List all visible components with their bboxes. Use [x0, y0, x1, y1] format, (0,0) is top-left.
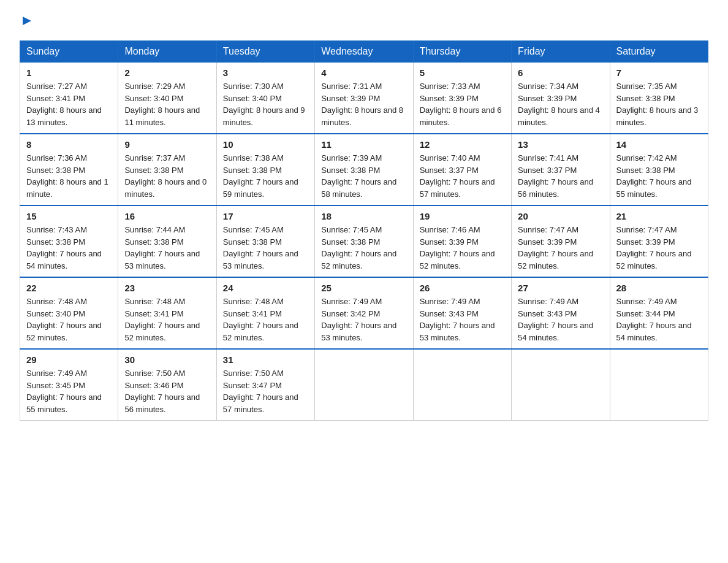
day-info: Sunrise: 7:48 AMSunset: 3:41 PMDaylight:…	[124, 297, 200, 342]
calendar-cell: 12 Sunrise: 7:40 AMSunset: 3:37 PMDaylig…	[413, 134, 511, 205]
day-info: Sunrise: 7:37 AMSunset: 3:38 PMDaylight:…	[124, 153, 207, 199]
day-info: Sunrise: 7:43 AMSunset: 3:38 PMDaylight:…	[26, 225, 102, 270]
day-info: Sunrise: 7:29 AMSunset: 3:40 PMDaylight:…	[124, 82, 200, 127]
calendar-cell: 13 Sunrise: 7:41 AMSunset: 3:37 PMDaylig…	[512, 134, 610, 205]
day-info: Sunrise: 7:33 AMSunset: 3:39 PMDaylight:…	[420, 82, 502, 127]
calendar-cell: 29 Sunrise: 7:49 AMSunset: 3:45 PMDaylig…	[20, 349, 118, 421]
calendar-week-2: 8 Sunrise: 7:36 AMSunset: 3:38 PMDayligh…	[20, 134, 708, 205]
day-info: Sunrise: 7:44 AMSunset: 3:38 PMDaylight:…	[124, 225, 200, 270]
calendar-header-row: SundayMondayTuesdayWednesdayThursdayFrid…	[20, 41, 708, 63]
calendar-cell: 10 Sunrise: 7:38 AMSunset: 3:38 PMDaylig…	[216, 134, 314, 205]
day-number: 20	[518, 211, 603, 221]
day-number: 11	[321, 139, 406, 150]
day-number: 15	[26, 211, 112, 221]
day-info: Sunrise: 7:50 AMSunset: 3:46 PMDaylight:…	[124, 369, 200, 414]
day-info: Sunrise: 7:50 AMSunset: 3:47 PMDaylight:…	[223, 369, 298, 414]
day-number: 12	[420, 139, 505, 150]
calendar-cell: 28 Sunrise: 7:49 AMSunset: 3:44 PMDaylig…	[610, 277, 708, 349]
day-info: Sunrise: 7:49 AMSunset: 3:44 PMDaylight:…	[616, 297, 692, 342]
day-number: 3	[223, 67, 308, 78]
day-info: Sunrise: 7:42 AMSunset: 3:38 PMDaylight:…	[616, 153, 692, 199]
logo	[20, 15, 32, 29]
calendar-cell: 8 Sunrise: 7:36 AMSunset: 3:38 PMDayligh…	[20, 134, 118, 205]
calendar-cell	[512, 349, 610, 421]
day-info: Sunrise: 7:41 AMSunset: 3:37 PMDaylight:…	[518, 153, 593, 199]
calendar-cell	[315, 349, 413, 421]
day-number: 13	[518, 139, 603, 150]
calendar-cell: 7 Sunrise: 7:35 AMSunset: 3:38 PMDayligh…	[610, 63, 708, 134]
header-wednesday: Wednesday	[315, 41, 413, 63]
day-number: 2	[124, 67, 210, 78]
calendar-cell: 26 Sunrise: 7:49 AMSunset: 3:43 PMDaylig…	[413, 277, 511, 349]
day-info: Sunrise: 7:30 AMSunset: 3:40 PMDaylight:…	[223, 82, 305, 127]
calendar-cell: 21 Sunrise: 7:47 AMSunset: 3:39 PMDaylig…	[610, 205, 708, 277]
calendar-cell: 6 Sunrise: 7:34 AMSunset: 3:39 PMDayligh…	[512, 63, 610, 134]
day-info: Sunrise: 7:48 AMSunset: 3:41 PMDaylight:…	[223, 297, 298, 342]
day-info: Sunrise: 7:38 AMSunset: 3:38 PMDaylight:…	[223, 153, 298, 199]
day-info: Sunrise: 7:49 AMSunset: 3:45 PMDaylight:…	[26, 369, 102, 414]
calendar-cell: 19 Sunrise: 7:46 AMSunset: 3:39 PMDaylig…	[413, 205, 511, 277]
day-number: 10	[223, 139, 308, 150]
header-monday: Monday	[118, 41, 216, 63]
day-number: 22	[26, 283, 112, 293]
day-info: Sunrise: 7:45 AMSunset: 3:38 PMDaylight:…	[223, 225, 298, 270]
day-number: 7	[616, 67, 702, 78]
calendar-cell: 18 Sunrise: 7:45 AMSunset: 3:38 PMDaylig…	[315, 205, 413, 277]
day-number: 4	[321, 67, 406, 78]
day-info: Sunrise: 7:45 AMSunset: 3:38 PMDaylight:…	[321, 225, 396, 270]
day-info: Sunrise: 7:49 AMSunset: 3:43 PMDaylight:…	[420, 297, 495, 342]
header-sunday: Sunday	[20, 41, 118, 63]
day-info: Sunrise: 7:40 AMSunset: 3:37 PMDaylight:…	[420, 153, 495, 199]
day-info: Sunrise: 7:39 AMSunset: 3:38 PMDaylight:…	[321, 153, 396, 199]
day-info: Sunrise: 7:47 AMSunset: 3:39 PMDaylight:…	[616, 225, 692, 270]
calendar-cell: 16 Sunrise: 7:44 AMSunset: 3:38 PMDaylig…	[118, 205, 216, 277]
day-number: 25	[321, 283, 406, 293]
day-number: 16	[124, 211, 210, 221]
header-friday: Friday	[512, 41, 610, 63]
day-info: Sunrise: 7:35 AMSunset: 3:38 PMDaylight:…	[616, 82, 699, 127]
calendar-cell: 2 Sunrise: 7:29 AMSunset: 3:40 PMDayligh…	[118, 63, 216, 134]
logo-arrow-icon	[21, 15, 32, 26]
calendar-cell	[610, 349, 708, 421]
calendar-cell: 11 Sunrise: 7:39 AMSunset: 3:38 PMDaylig…	[315, 134, 413, 205]
calendar-cell: 25 Sunrise: 7:49 AMSunset: 3:42 PMDaylig…	[315, 277, 413, 349]
calendar-cell: 4 Sunrise: 7:31 AMSunset: 3:39 PMDayligh…	[315, 63, 413, 134]
day-info: Sunrise: 7:49 AMSunset: 3:43 PMDaylight:…	[518, 297, 593, 342]
logo-blue-text	[20, 15, 32, 29]
day-number: 26	[420, 283, 505, 293]
day-number: 28	[616, 283, 702, 293]
day-number: 30	[124, 354, 210, 365]
svg-marker-0	[23, 17, 31, 25]
calendar-cell: 14 Sunrise: 7:42 AMSunset: 3:38 PMDaylig…	[610, 134, 708, 205]
day-number: 5	[420, 67, 505, 78]
calendar-cell: 24 Sunrise: 7:48 AMSunset: 3:41 PMDaylig…	[216, 277, 314, 349]
calendar-cell: 31 Sunrise: 7:50 AMSunset: 3:47 PMDaylig…	[216, 349, 314, 421]
calendar-week-5: 29 Sunrise: 7:49 AMSunset: 3:45 PMDaylig…	[20, 349, 708, 421]
calendar-cell: 9 Sunrise: 7:37 AMSunset: 3:38 PMDayligh…	[118, 134, 216, 205]
day-number: 21	[616, 211, 702, 221]
calendar-cell: 3 Sunrise: 7:30 AMSunset: 3:40 PMDayligh…	[216, 63, 314, 134]
day-info: Sunrise: 7:47 AMSunset: 3:39 PMDaylight:…	[518, 225, 593, 270]
calendar-cell: 20 Sunrise: 7:47 AMSunset: 3:39 PMDaylig…	[512, 205, 610, 277]
calendar-cell: 1 Sunrise: 7:27 AMSunset: 3:41 PMDayligh…	[20, 63, 118, 134]
page-header	[20, 15, 708, 29]
day-number: 9	[124, 139, 210, 150]
calendar-cell: 5 Sunrise: 7:33 AMSunset: 3:39 PMDayligh…	[413, 63, 511, 134]
calendar-week-1: 1 Sunrise: 7:27 AMSunset: 3:41 PMDayligh…	[20, 63, 708, 134]
day-info: Sunrise: 7:48 AMSunset: 3:40 PMDaylight:…	[26, 297, 102, 342]
calendar-table: SundayMondayTuesdayWednesdayThursdayFrid…	[20, 40, 708, 421]
calendar-cell: 22 Sunrise: 7:48 AMSunset: 3:40 PMDaylig…	[20, 277, 118, 349]
day-number: 17	[223, 211, 308, 221]
calendar-week-3: 15 Sunrise: 7:43 AMSunset: 3:38 PMDaylig…	[20, 205, 708, 277]
day-info: Sunrise: 7:27 AMSunset: 3:41 PMDaylight:…	[26, 82, 102, 127]
day-number: 18	[321, 211, 406, 221]
header-tuesday: Tuesday	[216, 41, 314, 63]
day-number: 8	[26, 139, 112, 150]
calendar-cell: 27 Sunrise: 7:49 AMSunset: 3:43 PMDaylig…	[512, 277, 610, 349]
calendar-cell: 30 Sunrise: 7:50 AMSunset: 3:46 PMDaylig…	[118, 349, 216, 421]
day-number: 6	[518, 67, 603, 78]
calendar-cell: 23 Sunrise: 7:48 AMSunset: 3:41 PMDaylig…	[118, 277, 216, 349]
day-info: Sunrise: 7:36 AMSunset: 3:38 PMDaylight:…	[26, 153, 108, 199]
day-info: Sunrise: 7:31 AMSunset: 3:39 PMDaylight:…	[321, 82, 403, 127]
calendar-cell	[413, 349, 511, 421]
